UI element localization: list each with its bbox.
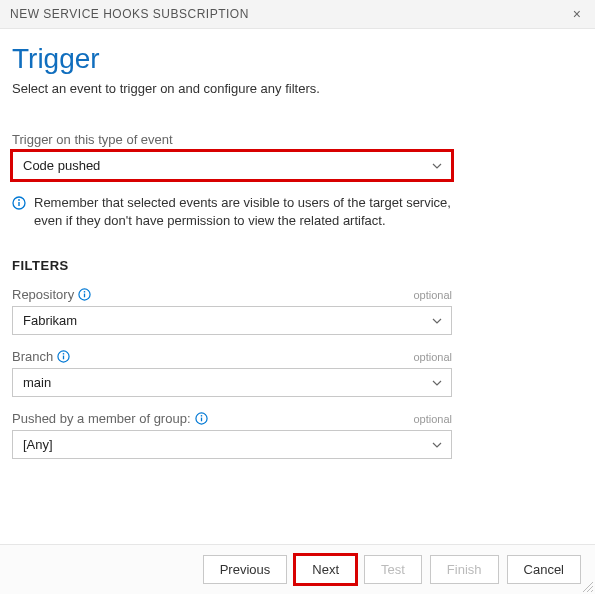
svg-point-8 bbox=[63, 353, 65, 355]
svg-point-2 bbox=[18, 199, 20, 201]
group-value: [Any] bbox=[23, 437, 53, 452]
info-icon[interactable] bbox=[78, 288, 91, 301]
svg-rect-7 bbox=[63, 356, 64, 360]
svg-rect-1 bbox=[18, 202, 19, 206]
previous-button[interactable]: Previous bbox=[203, 555, 288, 584]
page-subtitle: Select an event to trigger on and config… bbox=[12, 81, 583, 96]
info-icon[interactable] bbox=[57, 350, 70, 363]
info-message: Remember that selected events are visibl… bbox=[12, 194, 452, 230]
test-button: Test bbox=[364, 555, 422, 584]
filters-heading: FILTERS bbox=[12, 258, 583, 273]
cancel-button[interactable]: Cancel bbox=[507, 555, 581, 584]
dialog-content: Trigger Select an event to trigger on an… bbox=[0, 29, 595, 459]
group-select-wrap: [Any] bbox=[12, 430, 452, 459]
repository-label: Repository bbox=[12, 287, 91, 302]
optional-tag: optional bbox=[413, 289, 452, 301]
branch-value: main bbox=[23, 375, 51, 390]
branch-label-row: Branch optional bbox=[12, 349, 452, 364]
branch-select[interactable]: main bbox=[12, 368, 452, 397]
close-icon[interactable]: × bbox=[569, 6, 585, 22]
dialog-title: NEW SERVICE HOOKS SUBSCRIPTION bbox=[10, 7, 249, 21]
repository-value: Fabrikam bbox=[23, 313, 77, 328]
event-type-label: Trigger on this type of event bbox=[12, 132, 173, 147]
group-label-row: Pushed by a member of group: optional bbox=[12, 411, 452, 426]
svg-point-11 bbox=[200, 415, 202, 417]
repository-label-row: Repository optional bbox=[12, 287, 452, 302]
branch-label: Branch bbox=[12, 349, 70, 364]
event-type-value: Code pushed bbox=[23, 158, 100, 173]
chevron-down-icon bbox=[431, 160, 443, 172]
svg-rect-4 bbox=[84, 294, 85, 298]
chevron-down-icon bbox=[431, 315, 443, 327]
repository-select-wrap: Fabrikam bbox=[12, 306, 452, 335]
event-type-label-row: Trigger on this type of event bbox=[12, 132, 452, 147]
dialog-button-bar: Previous Next Test Finish Cancel bbox=[0, 544, 595, 594]
info-text: Remember that selected events are visibl… bbox=[34, 194, 452, 230]
chevron-down-icon bbox=[431, 377, 443, 389]
group-select[interactable]: [Any] bbox=[12, 430, 452, 459]
next-button[interactable]: Next bbox=[295, 555, 356, 584]
group-label: Pushed by a member of group: bbox=[12, 411, 208, 426]
event-type-select[interactable]: Code pushed bbox=[12, 151, 452, 180]
info-icon[interactable] bbox=[195, 412, 208, 425]
info-icon bbox=[12, 196, 26, 230]
optional-tag: optional bbox=[413, 351, 452, 363]
repository-select[interactable]: Fabrikam bbox=[12, 306, 452, 335]
svg-point-5 bbox=[84, 291, 86, 293]
optional-tag: optional bbox=[413, 413, 452, 425]
dialog-titlebar: NEW SERVICE HOOKS SUBSCRIPTION × bbox=[0, 0, 595, 29]
svg-rect-10 bbox=[200, 418, 201, 422]
finish-button: Finish bbox=[430, 555, 499, 584]
resize-grip-icon[interactable] bbox=[581, 580, 593, 592]
branch-select-wrap: main bbox=[12, 368, 452, 397]
event-type-select-wrap: Code pushed bbox=[12, 151, 452, 180]
svg-line-14 bbox=[591, 590, 593, 592]
page-title: Trigger bbox=[12, 43, 583, 75]
chevron-down-icon bbox=[431, 439, 443, 451]
